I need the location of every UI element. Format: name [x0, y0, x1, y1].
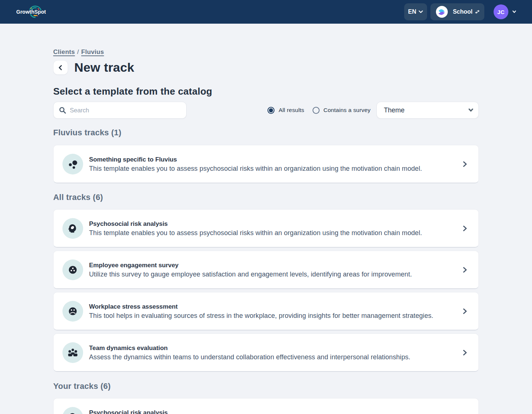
svg-text:Spot: Spot	[34, 9, 46, 15]
svg-text:Growth: Growth	[16, 9, 34, 15]
